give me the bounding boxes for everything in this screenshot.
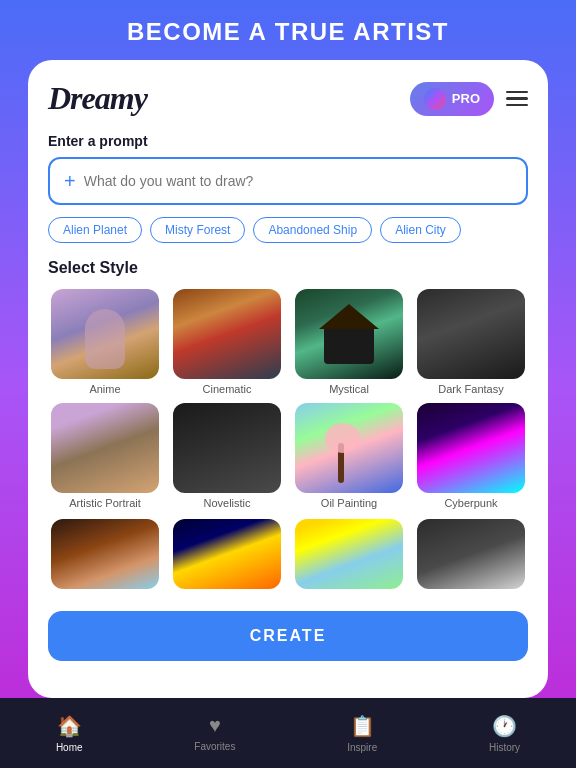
style-thumb-row3-3 — [295, 519, 403, 589]
nav-item-inspire[interactable]: 📋 Inspire — [347, 714, 377, 753]
hamburger-line-1 — [506, 91, 528, 94]
style-item-portrait[interactable]: Artistic Portrait — [48, 403, 162, 509]
suggestion-pills: Alien Planet Misty Forest Abandoned Ship… — [48, 217, 528, 243]
bottom-nav: 🏠 Home ♥ Favorites 📋 Inspire 🕐 History — [0, 698, 576, 768]
nav-label-history: History — [489, 742, 520, 753]
plus-icon: + — [64, 171, 76, 191]
style-item-oilpainting[interactable]: Oil Painting — [292, 403, 406, 509]
style-grid: Anime Cinematic Mystical Dark Fantasy Ar… — [48, 289, 528, 509]
nav-item-favorites[interactable]: ♥ Favorites — [194, 714, 235, 752]
pro-icon — [424, 88, 446, 110]
style-label-mystical: Mystical — [329, 383, 369, 395]
heart-icon: ♥ — [209, 714, 221, 737]
style-label-darkfantasy: Dark Fantasy — [438, 383, 503, 395]
home-icon: 🏠 — [57, 714, 82, 738]
style-item-cinematic[interactable]: Cinematic — [170, 289, 284, 395]
style-item-row3-1[interactable] — [48, 519, 162, 589]
style-thumb-darkfantasy — [417, 289, 525, 379]
suggestion-alien-city[interactable]: Alien City — [380, 217, 461, 243]
style-item-row3-2[interactable] — [170, 519, 284, 589]
card-header: Dreamy PRO — [48, 80, 528, 117]
style-label-novelistic: Novelistic — [203, 497, 250, 509]
main-card: Dreamy PRO Enter a prompt + Alien Planet… — [28, 60, 548, 698]
header-right: PRO — [410, 82, 528, 116]
style-item-mystical[interactable]: Mystical — [292, 289, 406, 395]
style-label-portrait: Artistic Portrait — [69, 497, 141, 509]
style-item-novelistic[interactable]: Novelistic — [170, 403, 284, 509]
suggestion-misty-forest[interactable]: Misty Forest — [150, 217, 245, 243]
style-thumb-portrait — [51, 403, 159, 493]
style-label-cinematic: Cinematic — [203, 383, 252, 395]
style-label-anime: Anime — [89, 383, 120, 395]
pro-label: PRO — [452, 91, 480, 106]
history-icon: 🕐 — [492, 714, 517, 738]
pro-badge[interactable]: PRO — [410, 82, 494, 116]
style-grid-third-row — [48, 519, 528, 589]
suggestion-abandoned-ship[interactable]: Abandoned Ship — [253, 217, 372, 243]
style-thumb-row3-2 — [173, 519, 281, 589]
app-logo: Dreamy — [48, 80, 147, 117]
style-section-title: Select Style — [48, 259, 528, 277]
style-thumb-row3-4 — [417, 519, 525, 589]
style-thumb-cinematic — [173, 289, 281, 379]
style-item-anime[interactable]: Anime — [48, 289, 162, 395]
style-thumb-oilpainting — [295, 403, 403, 493]
hamburger-line-2 — [506, 97, 528, 100]
style-item-row3-4[interactable] — [414, 519, 528, 589]
hamburger-line-3 — [506, 104, 528, 107]
page-title: BECOME A TRUE ARTIST — [0, 18, 576, 46]
style-thumb-cyberpunk — [417, 403, 525, 493]
style-item-row3-3[interactable] — [292, 519, 406, 589]
prompt-input-wrapper[interactable]: + — [48, 157, 528, 205]
inspire-icon: 📋 — [350, 714, 375, 738]
page-header: BECOME A TRUE ARTIST — [0, 0, 576, 60]
nav-label-favorites: Favorites — [194, 741, 235, 752]
style-item-darkfantasy[interactable]: Dark Fantasy — [414, 289, 528, 395]
nav-label-home: Home — [56, 742, 83, 753]
style-label-cyberpunk: Cyberpunk — [444, 497, 497, 509]
style-thumb-anime — [51, 289, 159, 379]
style-thumb-mystical — [295, 289, 403, 379]
prompt-input[interactable] — [84, 173, 512, 189]
style-thumb-row3-1 — [51, 519, 159, 589]
nav-item-home[interactable]: 🏠 Home — [56, 714, 83, 753]
nav-label-inspire: Inspire — [347, 742, 377, 753]
style-item-cyberpunk[interactable]: Cyberpunk — [414, 403, 528, 509]
menu-button[interactable] — [506, 91, 528, 107]
style-thumb-novelistic — [173, 403, 281, 493]
prompt-label: Enter a prompt — [48, 133, 528, 149]
nav-item-history[interactable]: 🕐 History — [489, 714, 520, 753]
suggestion-alien-planet[interactable]: Alien Planet — [48, 217, 142, 243]
create-button[interactable]: CREATE — [48, 611, 528, 661]
style-label-oilpainting: Oil Painting — [321, 497, 377, 509]
